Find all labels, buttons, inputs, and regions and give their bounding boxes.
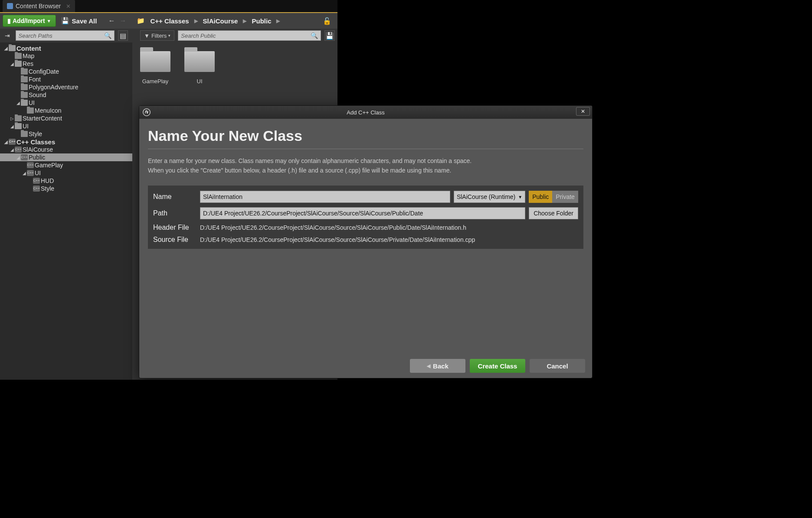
- svg-point-0: [143, 109, 151, 116]
- tree-menuicon[interactable]: MenuIcon: [0, 107, 132, 114]
- nav-history: ← →: [108, 17, 126, 25]
- tile-gameplay[interactable]: GamePlay: [137, 51, 174, 85]
- add-import-button[interactable]: ▮ Add/Import ▼: [3, 15, 56, 27]
- tab-title: Content Browser: [16, 3, 61, 10]
- path-input[interactable]: [200, 207, 525, 219]
- tree-public[interactable]: ◢C++Public: [0, 153, 132, 161]
- dialog-title: Add C++ Class: [347, 109, 384, 116]
- search-paths-field[interactable]: [19, 33, 104, 39]
- dialog-titlebar[interactable]: Add C++ Class ✕: [139, 106, 592, 119]
- folder-icon: [184, 51, 215, 72]
- dialog-footer: ◀ Back Create Class Cancel: [139, 354, 592, 378]
- toolbar: ▮ Add/Import ▼ 💾 Save All ← → 📁 C++ Clas…: [0, 13, 337, 29]
- tab-icon: [7, 3, 13, 9]
- divider: [148, 149, 583, 149]
- folder-icon: [140, 51, 170, 72]
- save-search-button[interactable]: 💾: [324, 30, 335, 41]
- search-paths-input[interactable]: 🔍: [16, 30, 115, 41]
- name-label: Name: [153, 193, 196, 201]
- list-mode-button[interactable]: ▤: [118, 30, 128, 41]
- forward-icon[interactable]: →: [119, 17, 126, 25]
- public-button[interactable]: Public: [529, 191, 552, 203]
- plus-icon: ▮: [7, 17, 11, 24]
- chevron-left-icon: ◀: [427, 363, 430, 369]
- breadcrumb-item[interactable]: Public: [252, 17, 271, 25]
- tree-configdate[interactable]: ConfigDate: [0, 68, 132, 75]
- tree-ui1[interactable]: ◢UI: [0, 99, 132, 107]
- choose-folder-button[interactable]: Choose Folder: [529, 207, 578, 219]
- lock-icon[interactable]: 🔓: [323, 17, 331, 25]
- create-class-button[interactable]: Create Class: [470, 359, 525, 373]
- cancel-button[interactable]: Cancel: [530, 359, 585, 373]
- private-button[interactable]: Private: [552, 191, 578, 203]
- tab-content-browser[interactable]: Content Browser ✕: [3, 0, 75, 12]
- tree-gameplay[interactable]: C++GamePlay: [0, 161, 132, 169]
- close-icon[interactable]: ✕: [66, 3, 71, 10]
- source-file-label: Source File: [153, 236, 196, 244]
- back-button[interactable]: ◀ Back: [410, 359, 465, 373]
- tree-res[interactable]: ◢Res: [0, 60, 132, 68]
- tree-polygonadventure[interactable]: PolygonAdventure: [0, 83, 132, 91]
- form-panel: Name SlAiCourse (Runtime) ▼ Public Priva…: [148, 186, 583, 249]
- chevron-right-icon: ▶: [276, 18, 280, 24]
- tree-style2[interactable]: C++Style: [0, 185, 132, 192]
- tree-sound[interactable]: Sound: [0, 91, 132, 99]
- tree-hud[interactable]: C++HUD: [0, 177, 132, 185]
- filter-icon: ▼: [144, 33, 150, 39]
- unreal-logo-icon: [142, 108, 151, 117]
- access-toggle: Public Private: [529, 191, 578, 203]
- tree-cppclasses[interactable]: ◢C++C++ Classes: [0, 138, 132, 146]
- toggle-sources-button[interactable]: ⇥: [3, 31, 12, 40]
- module-select[interactable]: SlAiCourse (Runtime) ▼: [454, 191, 525, 203]
- tree-font[interactable]: Font: [0, 75, 132, 83]
- dialog-description: Enter a name for your new class. Class n…: [148, 156, 583, 175]
- tree-style[interactable]: Style: [0, 130, 132, 138]
- tile-ui[interactable]: UI: [181, 51, 218, 85]
- tree-map[interactable]: Map: [0, 52, 132, 60]
- add-cpp-class-dialog: Add C++ Class ✕ Name Your New Class Ente…: [139, 105, 593, 378]
- tree-slaicourse[interactable]: ◢C++SlAiCourse: [0, 146, 132, 153]
- search-icon: 🔍: [311, 32, 318, 39]
- tree-content[interactable]: ◢Content: [0, 44, 132, 52]
- tree-ui2[interactable]: ◢UI: [0, 122, 132, 130]
- search-assets-field[interactable]: [181, 33, 311, 39]
- close-button[interactable]: ✕: [576, 108, 589, 115]
- caret-down-icon: ▼: [518, 195, 522, 199]
- breadcrumb: 📁 C++ Classes ▶ SlAiCourse ▶ Public ▶: [137, 17, 320, 25]
- breadcrumb-item[interactable]: SlAiCourse: [203, 17, 238, 25]
- chevron-right-icon: ▶: [194, 18, 198, 24]
- search-icon: 🔍: [104, 32, 111, 39]
- caret-down-icon: ▼: [47, 19, 51, 23]
- tree-ui3[interactable]: ◢C++UI: [0, 169, 132, 177]
- dialog-body: Name Your New Class Enter a name for you…: [139, 119, 592, 354]
- breadcrumb-item[interactable]: C++ Classes: [150, 17, 189, 25]
- path-label: Path: [153, 209, 196, 217]
- save-all-button[interactable]: 💾 Save All: [61, 17, 97, 25]
- back-icon[interactable]: ←: [108, 17, 115, 25]
- chevron-right-icon: ▶: [243, 18, 246, 24]
- caret-down-icon: ▾: [168, 33, 170, 38]
- folder-icon[interactable]: 📁: [137, 17, 145, 25]
- search-assets-input[interactable]: 🔍: [178, 30, 321, 41]
- class-name-input[interactable]: [200, 191, 450, 203]
- sources-tree: ◢Content Map ◢Res ConfigDate Font Polygo…: [0, 42, 132, 380]
- tree-startercontent[interactable]: ▷StarterContent: [0, 114, 132, 122]
- dialog-heading: Name Your New Class: [148, 127, 583, 144]
- toolbar-secondary: ⇥ 🔍 ▤ ▼ Filters ▾ 🔍 💾: [0, 29, 337, 42]
- filters-button[interactable]: ▼ Filters ▾: [140, 30, 174, 41]
- source-file-value: D:/UE4 Project/UE26.2/CourseProject/SlAi…: [200, 236, 578, 243]
- tab-bar: Content Browser ✕: [0, 0, 337, 13]
- header-file-value: D:/UE4 Project/UE26.2/CourseProject/SlAi…: [200, 224, 578, 231]
- header-file-label: Header File: [153, 224, 196, 231]
- save-icon: 💾: [61, 17, 69, 25]
